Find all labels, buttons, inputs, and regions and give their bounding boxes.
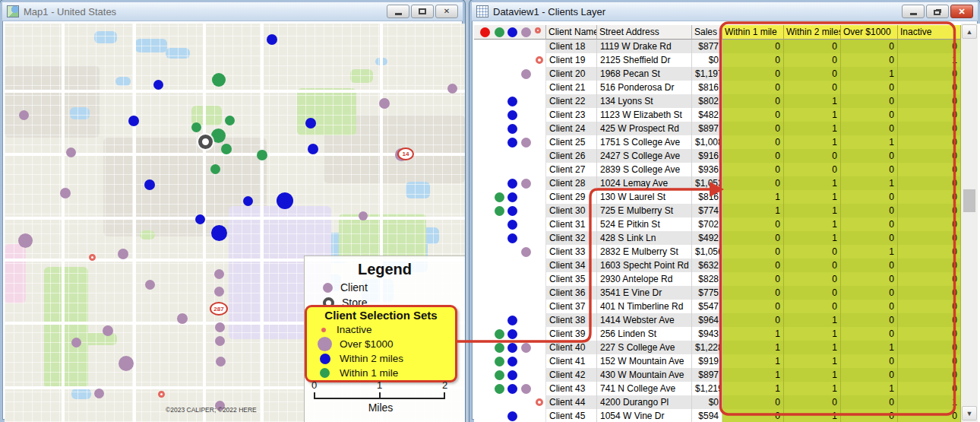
cell-inact[interactable]: 0 (898, 108, 961, 122)
minimize-button[interactable] (902, 5, 925, 18)
client-dot-blue[interactable] (277, 192, 293, 209)
cell-name[interactable]: Client 21 (546, 81, 597, 94)
cell-w1[interactable]: 0 (722, 67, 784, 81)
client-dot-purple[interactable] (71, 338, 81, 347)
cell-address[interactable]: 3541 E Vine Dr (597, 286, 692, 300)
cell-sales[interactable]: $775 (692, 286, 722, 300)
cell-address[interactable]: 2427 S College Ave (597, 149, 692, 163)
client-dot-blue[interactable] (308, 144, 318, 154)
cell-address[interactable]: 425 W Prospect Rd (597, 122, 692, 135)
cell-w1[interactable]: 0 (722, 94, 784, 108)
table-row[interactable]: Client 22134 Lyons St$8020100 (474, 94, 961, 108)
client-dot-green[interactable] (221, 144, 232, 154)
cell-inact[interactable]: 0 (898, 341, 961, 354)
cell-w1[interactable]: 0 (722, 122, 784, 135)
cell-inact[interactable]: 0 (898, 67, 961, 81)
cell-over[interactable]: 0 (841, 368, 898, 382)
cell-address[interactable]: 1751 S College Ave (597, 135, 692, 149)
table-row[interactable]: Client 332832 E Mulberry St$1,0560010 (474, 245, 961, 259)
cell-over[interactable]: 1 (841, 245, 898, 259)
cell-over[interactable]: 0 (841, 354, 898, 368)
cell-sales[interactable]: $482 (692, 108, 722, 122)
cell-w2[interactable]: 0 (784, 81, 841, 94)
table-row[interactable]: Client 37401 N Timberline Rd$5470000 (474, 300, 961, 313)
cell-sales[interactable]: $1,008 (692, 135, 722, 149)
client-dot-blue[interactable] (195, 214, 205, 224)
cell-w2[interactable]: 1 (784, 341, 841, 354)
cell-name[interactable]: Client 40 (546, 341, 597, 354)
cell-address[interactable]: 430 W Mountain Ave (597, 368, 692, 382)
cell-sales[interactable]: $774 (692, 204, 722, 217)
table-row[interactable]: Client 451054 W Vine Dr$5940100 (474, 409, 961, 422)
cell-inact[interactable]: 0 (898, 259, 961, 272)
within-1-mile-set-icon[interactable] (495, 27, 504, 37)
cell-sales[interactable]: $0 (692, 395, 722, 409)
cell-w1[interactable]: 0 (722, 300, 784, 313)
cell-name[interactable]: Client 31 (546, 217, 597, 231)
table-row[interactable]: Client 251751 S College Ave$1,0080110 (474, 135, 961, 149)
cell-w2[interactable]: 1 (784, 122, 841, 135)
client-dot-purple[interactable] (216, 357, 226, 366)
cell-over[interactable]: 1 (841, 67, 898, 81)
inactive-set-icon[interactable] (535, 27, 541, 33)
cell-name[interactable]: Client 33 (546, 245, 597, 259)
cell-w2[interactable]: 1 (784, 108, 841, 122)
cell-sales[interactable]: $877 (692, 40, 722, 53)
cell-address[interactable]: 1024 Lemay Ave (597, 176, 692, 190)
cell-address[interactable]: 134 Lyons St (597, 94, 692, 108)
cell-inact[interactable]: 0 (898, 163, 961, 176)
col-header-within-2-miles[interactable]: Within 2 miles (784, 25, 841, 40)
cell-sales[interactable]: $936 (692, 163, 722, 176)
maximize-button[interactable] (411, 5, 434, 18)
cell-name[interactable]: Client 34 (546, 259, 597, 272)
client-dot-green[interactable] (225, 116, 235, 125)
cell-over[interactable]: 1 (841, 176, 898, 190)
cell-w2[interactable]: 0 (784, 300, 841, 313)
cell-sales[interactable]: $0 (692, 53, 722, 67)
store-marker[interactable] (198, 135, 213, 149)
table-row[interactable]: Client 352930 Antelope Rd$8280000 (474, 272, 961, 286)
cell-address[interactable]: 2839 S College Ave (597, 163, 692, 176)
cell-address[interactable]: 1119 W Drake Rd (597, 40, 692, 53)
table-row[interactable]: Client 363541 E Vine Dr$7750000 (474, 286, 961, 300)
col-header-client-name[interactable]: Client Name (546, 25, 597, 40)
cell-over[interactable]: 0 (841, 217, 898, 231)
cell-inact[interactable]: 0 (898, 122, 961, 135)
cell-w1[interactable]: 0 (722, 231, 784, 245)
scroll-up-icon[interactable]: ▲ (962, 24, 977, 39)
scroll-down-icon[interactable]: ▼ (962, 406, 977, 420)
cell-over[interactable]: 0 (841, 259, 898, 272)
cell-address[interactable]: 130 W Laurel St (597, 190, 692, 204)
cell-inact[interactable]: 1 (898, 53, 961, 67)
table-row[interactable]: Client 32428 S Link Ln$4920100 (474, 231, 961, 245)
cell-w2[interactable]: 1 (784, 313, 841, 327)
cell-inact[interactable]: 0 (898, 354, 961, 368)
cell-inact[interactable]: 0 (898, 245, 961, 259)
cell-over[interactable]: 0 (841, 286, 898, 300)
cell-address[interactable]: 2930 Antelope Rd (597, 272, 692, 286)
cell-w2[interactable]: 0 (784, 259, 841, 272)
cell-sales[interactable]: $828 (692, 272, 722, 286)
cell-w2[interactable]: 1 (784, 354, 841, 368)
cell-w1[interactable]: 0 (722, 108, 784, 122)
cell-name[interactable]: Client 18 (546, 40, 597, 53)
client-dot-green[interactable] (210, 164, 220, 174)
client-dot-purple[interactable] (447, 84, 457, 94)
cell-name[interactable]: Client 28 (546, 176, 597, 190)
cell-w1[interactable]: 0 (722, 409, 784, 422)
cell-address[interactable]: 1414 Webster Ave (597, 313, 692, 327)
cell-sales[interactable]: $492 (692, 231, 722, 245)
col-header-inactive[interactable]: Inactive (898, 25, 961, 40)
cell-w1[interactable]: 0 (722, 245, 784, 259)
cell-w1[interactable]: 0 (722, 395, 784, 409)
cell-over[interactable]: 0 (841, 204, 898, 217)
cell-w2[interactable]: 0 (784, 149, 841, 163)
cell-w2[interactable]: 1 (784, 368, 841, 382)
vertical-scrollbar[interactable]: ▲ ▼ (961, 24, 978, 422)
cell-name[interactable]: Client 41 (546, 354, 597, 368)
cell-name[interactable]: Client 35 (546, 272, 597, 286)
cell-sales[interactable]: $632 (692, 259, 722, 272)
cell-sales[interactable]: $816 (692, 190, 722, 204)
close-button[interactable]: ✕ (950, 5, 973, 18)
cell-name[interactable]: Client 36 (546, 286, 597, 300)
